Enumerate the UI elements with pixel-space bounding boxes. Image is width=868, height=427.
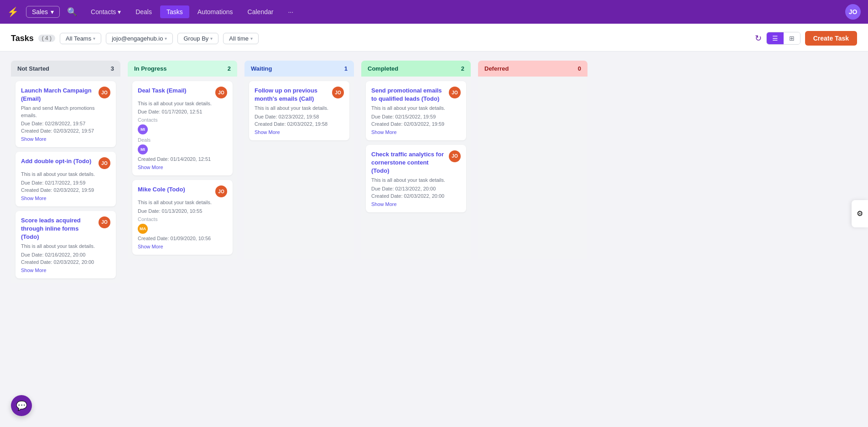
card-due-date: Due Date: 02/17/2022, 19:59 [21, 180, 110, 185]
top-navigation: ⚡ Sales ▾ 🔍 Contacts ▾ Deals Tasks Autom… [0, 0, 868, 24]
main-nav: Contacts ▾ Deals Tasks Automations Calen… [84, 5, 300, 18]
card-title[interactable]: Follow up on previous month's emails (Ca… [255, 87, 332, 103]
create-task-button[interactable]: Create Task [805, 31, 857, 46]
page-header: Tasks ( 4 ) All Teams ▾ jojo@engagehub.i… [0, 24, 868, 51]
nav-automations[interactable]: Automations [191, 5, 239, 18]
column-header-waiting: Waiting1 [244, 61, 354, 77]
column-count: 0 [578, 65, 581, 72]
show-more-link[interactable]: Show More [255, 129, 280, 135]
show-more-link[interactable]: Show More [138, 165, 163, 170]
card-due-date: Due Date: 02/23/2022, 19:58 [255, 114, 344, 119]
card-due-date: Due Date: 02/16/2022, 20:00 [21, 252, 110, 257]
assignee-avatar: JO [449, 150, 461, 162]
filter-icon: ⚙ [857, 209, 863, 218]
card-title[interactable]: Deal Task (Email) [138, 87, 215, 95]
card-created-date: Created Date: 02/03/2022, 20:00 [21, 259, 110, 265]
column-label: Deferred [484, 65, 509, 72]
column-header-in-progress: In Progress2 [128, 61, 237, 77]
card-description: This is all about your task details. [255, 105, 344, 112]
card-top: Deal Task (Email) JO [138, 87, 227, 98]
column-body-completed: Send promotional emails to qualified lea… [361, 77, 471, 259]
column-body-in-progress: Deal Task (Email) JO This is all about y… [128, 77, 237, 259]
contact-avatar: MA [138, 224, 148, 234]
assignee-avatar: JO [215, 185, 227, 197]
card-title[interactable]: Launch March Campaign (Email) [21, 87, 99, 103]
show-more-link[interactable]: Show More [371, 201, 397, 207]
assignee-avatar: JO [215, 87, 227, 98]
card-title[interactable]: Add double opt-in (Todo) [21, 157, 99, 165]
assignee-avatar: JO [332, 87, 344, 98]
time-filter[interactable]: All time ▾ [223, 33, 259, 44]
show-more-link[interactable]: Show More [21, 268, 47, 273]
teams-filter[interactable]: All Teams ▾ [60, 33, 101, 44]
app-selector-label: Sales [32, 8, 48, 15]
chevron-down-icon: ▾ [210, 36, 213, 41]
card-description: This is all about your task details. [371, 105, 461, 112]
nav-calendar[interactable]: Calendar [241, 5, 280, 18]
column-header-deferred: Deferred0 [478, 61, 587, 77]
refresh-button[interactable]: ↻ [755, 33, 762, 43]
card-description: This is all about your task details. [371, 177, 461, 184]
card-created-date: Created Date: 02/03/2022, 19:59 [371, 121, 461, 127]
column-body-deferred [478, 77, 587, 259]
column-completed: Completed2 Send promotional emails to qu… [361, 61, 471, 418]
avatar[interactable]: JO [845, 4, 861, 20]
column-count: 3 [111, 65, 114, 72]
card-created-date: Created Date: 02/03/2022, 19:58 [255, 121, 344, 127]
nav-deals[interactable]: Deals [129, 5, 158, 18]
card-top: Mike Cole (Todo) JO [138, 185, 227, 197]
nav-contacts[interactable]: Contacts ▾ [84, 5, 127, 18]
card-description: Plan and send March promotions emails. [21, 105, 110, 119]
card-title[interactable]: Check traffic analytics for cornerstone … [371, 150, 449, 175]
task-card: Add double opt-in (Todo) JO This is all … [16, 152, 116, 206]
page-title: Tasks [11, 34, 34, 43]
show-more-link[interactable]: Show More [21, 195, 47, 201]
column-in-progress: In Progress2 Deal Task (Email) JO This i… [128, 61, 237, 418]
card-due-date: Due Date: 01/13/2020, 10:55 [138, 208, 227, 214]
column-label: Waiting [251, 65, 272, 72]
app-selector[interactable]: Sales ▾ [26, 6, 60, 18]
assignee-avatar: JO [99, 216, 110, 228]
show-more-link[interactable]: Show More [21, 136, 47, 142]
card-description: This is all about your task details. [138, 199, 227, 206]
kanban-board: Not Started3 Launch March Campaign (Emai… [0, 51, 868, 427]
card-due-date: Due Date: 02/13/2022, 20:00 [371, 186, 461, 191]
show-more-link[interactable]: Show More [371, 129, 397, 135]
chat-bubble-button[interactable]: 💬 [11, 395, 32, 416]
card-created-date: Created Date: 01/09/2020, 10:56 [138, 236, 227, 241]
column-body-waiting: Follow up on previous month's emails (Ca… [244, 77, 354, 259]
contacts-label: Contacts [138, 117, 227, 123]
card-top: Score leads acquired through inline form… [21, 216, 110, 242]
contact-avatar: MI [138, 124, 148, 134]
task-card: Mike Cole (Todo) JO This is all about yo… [132, 180, 233, 254]
card-title[interactable]: Mike Cole (Todo) [138, 185, 215, 194]
card-title[interactable]: Score leads acquired through inline form… [21, 216, 99, 242]
user-filter[interactable]: jojo@engagehub.io ▾ [106, 33, 173, 44]
card-top: Add double opt-in (Todo) JO [21, 157, 110, 169]
deal-avatar: MI [138, 144, 148, 154]
card-due-date: Due Date: 01/17/2020, 12:51 [138, 109, 227, 114]
contacts-label: Contacts [138, 216, 227, 222]
filter-panel-toggle[interactable]: ⚙ [852, 200, 868, 227]
column-header-completed: Completed2 [361, 61, 471, 77]
column-body-not-started: Launch March Campaign (Email) JO Plan an… [11, 77, 120, 283]
group-by-filter[interactable]: Group By ▾ [177, 33, 218, 44]
nav-tasks[interactable]: Tasks [160, 5, 189, 18]
nav-more[interactable]: ··· [281, 5, 300, 18]
card-created-date: Created Date: 02/03/2022, 19:57 [21, 128, 110, 134]
column-label: Completed [368, 65, 398, 72]
assignee-avatar: JO [99, 157, 110, 169]
chevron-down-icon: ▾ [93, 36, 95, 41]
assignee-avatar: JO [449, 87, 461, 98]
list-view-button[interactable]: ☰ [767, 32, 784, 44]
card-due-date: Due Date: 02/28/2022, 19:57 [21, 121, 110, 126]
card-created-date: Created Date: 01/14/2020, 12:51 [138, 156, 227, 162]
column-count: 1 [344, 65, 348, 72]
column-label: Not Started [17, 65, 49, 72]
show-more-link[interactable]: Show More [138, 244, 163, 249]
card-title[interactable]: Send promotional emails to qualified lea… [371, 87, 449, 103]
chevron-down-icon: ▾ [165, 36, 167, 41]
search-icon[interactable]: 🔍 [67, 7, 77, 17]
grid-view-button[interactable]: ⊞ [784, 32, 800, 44]
card-description: This is all about your task details. [138, 100, 227, 107]
